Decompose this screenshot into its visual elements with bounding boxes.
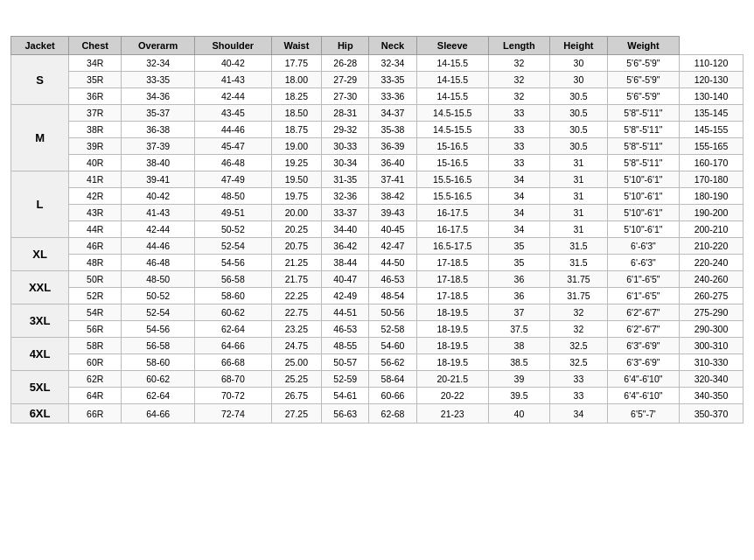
table-cell: 31 <box>549 172 607 188</box>
table-cell: 300-310 <box>679 338 743 354</box>
table-cell: 27.25 <box>271 404 322 424</box>
table-cell: 120-130 <box>679 72 743 88</box>
table-cell: 22.25 <box>271 288 322 304</box>
table-cell: 110-120 <box>679 55 743 72</box>
size-group-cell: 4XL <box>11 338 69 371</box>
table-cell: 34 <box>549 404 607 424</box>
table-row: 44R42-4450-5220.2534-4040-4516-17.534315… <box>11 221 744 238</box>
table-cell: 38-44 <box>322 255 369 271</box>
table-cell: 18-19.5 <box>416 354 488 371</box>
table-cell: 56-62 <box>369 354 416 371</box>
size-group-cell: XXL <box>11 271 69 304</box>
table-cell: 29-32 <box>322 122 369 138</box>
table-cell: 40-47 <box>322 271 369 288</box>
table-cell: 5'8"-5'11" <box>607 138 679 155</box>
table-cell: 31 <box>549 205 607 221</box>
table-cell: 34 <box>488 172 549 188</box>
table-cell: 43-45 <box>195 105 272 122</box>
table-cell: 32-34 <box>369 55 416 72</box>
size-group-cell: 3XL <box>11 304 69 338</box>
table-cell: 5'10"-6'1" <box>607 188 679 205</box>
table-cell: 6'1"-6'5" <box>607 271 679 288</box>
table-cell: 32 <box>488 55 549 72</box>
table-cell: 6'2"-6'7" <box>607 321 679 338</box>
table-cell: 20.75 <box>271 238 322 255</box>
table-cell: 340-350 <box>679 388 743 404</box>
table-cell: 50-56 <box>369 304 416 321</box>
table-cell: 34-40 <box>322 221 369 238</box>
table-cell: 36-42 <box>322 238 369 255</box>
table-cell: 6'4"-6'10" <box>607 371 679 388</box>
table-cell: 54-56 <box>195 255 272 271</box>
table-cell: 145-155 <box>679 122 743 138</box>
table-cell: 62R <box>69 371 122 388</box>
table-cell: 39R <box>69 138 122 155</box>
table-cell: 30-34 <box>322 155 369 172</box>
table-row: 56R54-5662-6423.2546-5352-5818-19.537.53… <box>11 321 744 338</box>
table-cell: 260-275 <box>679 288 743 304</box>
table-row: XL46R44-4652-5420.7536-4242-4716.5-17.53… <box>11 238 744 255</box>
table-cell: 26-28 <box>322 55 369 72</box>
table-cell: 62-64 <box>122 388 195 404</box>
table-cell: 60-62 <box>195 304 272 321</box>
table-cell: 48-54 <box>369 288 416 304</box>
table-cell: 44-51 <box>322 304 369 321</box>
table-cell: 27-29 <box>322 72 369 88</box>
table-cell: 16.5-17.5 <box>416 238 488 255</box>
table-cell: 5'10"-6'1" <box>607 221 679 238</box>
table-cell: 35 <box>488 238 549 255</box>
table-cell: 26.75 <box>271 388 322 404</box>
table-cell: 33 <box>549 388 607 404</box>
table-cell: 36-39 <box>369 138 416 155</box>
table-cell: 31.5 <box>549 238 607 255</box>
table-cell: 52R <box>69 288 122 304</box>
table-cell: 210-220 <box>679 238 743 255</box>
table-cell: 5'8"-5'11" <box>607 122 679 138</box>
table-cell: 15.5-16.5 <box>416 188 488 205</box>
table-cell: 17.75 <box>271 55 322 72</box>
table-cell: 62-64 <box>195 321 272 338</box>
table-cell: 30.5 <box>549 105 607 122</box>
table-cell: 58-60 <box>122 354 195 371</box>
size-group-cell: M <box>11 105 69 172</box>
table-cell: 6'4"-6'10" <box>607 388 679 404</box>
table-cell: 130-140 <box>679 88 743 105</box>
table-cell: 41-43 <box>122 205 195 221</box>
table-cell: 15-16.5 <box>416 155 488 172</box>
table-row: 6XL66R64-6672-7427.2556-6362-6821-234034… <box>11 404 744 424</box>
col-header-waist: Waist <box>271 37 322 55</box>
table-cell: 48-55 <box>322 338 369 354</box>
table-cell: 41-43 <box>195 72 272 88</box>
table-cell: 58-64 <box>369 371 416 388</box>
table-cell: 33 <box>549 371 607 388</box>
table-cell: 52-58 <box>369 321 416 338</box>
table-cell: 5'6"-5'9" <box>607 55 679 72</box>
table-cell: 30.5 <box>549 122 607 138</box>
table-cell: 46-53 <box>322 321 369 338</box>
table-cell: 35R <box>69 72 122 88</box>
table-cell: 18.75 <box>271 122 322 138</box>
table-cell: 46-48 <box>195 155 272 172</box>
table-cell: 20.00 <box>271 205 322 221</box>
table-row: L41R39-4147-4919.5031-3537-4115.5-16.534… <box>11 172 744 188</box>
table-cell: 6'3"-6'9" <box>607 338 679 354</box>
table-cell: 19.75 <box>271 188 322 205</box>
table-cell: 19.00 <box>271 138 322 155</box>
table-cell: 56-58 <box>195 271 272 288</box>
table-cell: 32 <box>488 72 549 88</box>
table-row: 4XL58R56-5864-6624.7548-5554-6018-19.538… <box>11 338 744 354</box>
col-header-sleeve: Sleeve <box>416 37 488 55</box>
col-header-hip: Hip <box>322 37 369 55</box>
table-row: 5XL62R60-6268-7025.2552-5958-6420-21.539… <box>11 371 744 388</box>
table-row: M37R35-3743-4518.5028-3134-3714.5-15.533… <box>11 105 744 122</box>
table-cell: 6'-6'3" <box>607 238 679 255</box>
table-cell: 56-58 <box>122 338 195 354</box>
table-cell: 40R <box>69 155 122 172</box>
table-cell: 37-39 <box>122 138 195 155</box>
table-cell: 350-370 <box>679 404 743 424</box>
table-cell: 200-210 <box>679 221 743 238</box>
col-header-shoulder: Shoulder <box>195 37 272 55</box>
table-cell: 24.75 <box>271 338 322 354</box>
table-cell: 38-42 <box>369 188 416 205</box>
table-cell: 5'6"-5'9" <box>607 72 679 88</box>
